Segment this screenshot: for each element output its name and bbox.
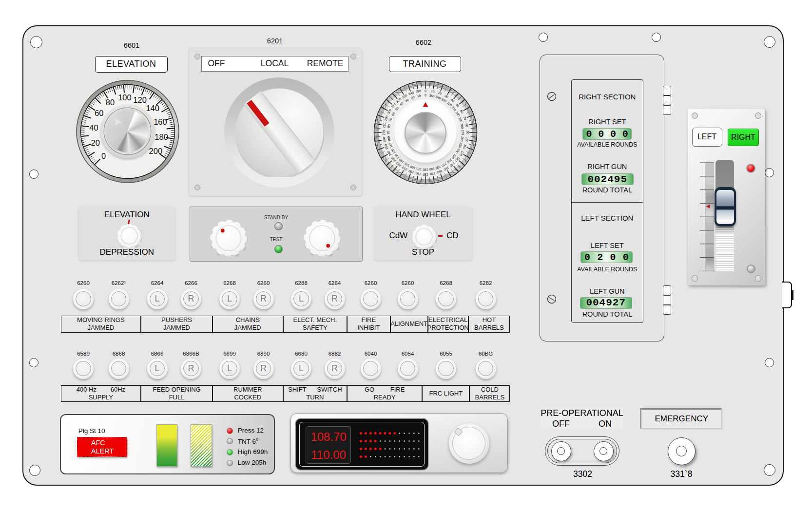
- svg-text:0: 0: [425, 89, 426, 93]
- svg-text:270: 270: [382, 130, 385, 135]
- svg-text:0: 0: [425, 94, 426, 97]
- svg-text:180: 180: [155, 132, 168, 141]
- svg-text:200: 200: [149, 147, 162, 155]
- svg-text:60: 60: [95, 108, 103, 117]
- svg-text:270: 270: [461, 130, 464, 135]
- svg-text:90: 90: [465, 131, 469, 134]
- svg-text:180: 180: [423, 173, 428, 176]
- svg-text:80: 80: [105, 98, 114, 107]
- svg-text:100: 100: [118, 93, 132, 102]
- svg-text:40: 40: [89, 123, 98, 132]
- svg-text:160: 160: [154, 117, 167, 126]
- svg-text:120: 120: [133, 95, 147, 104]
- svg-text:180: 180: [423, 168, 428, 171]
- svg-text:20: 20: [91, 138, 99, 147]
- svg-text:90: 90: [387, 131, 390, 134]
